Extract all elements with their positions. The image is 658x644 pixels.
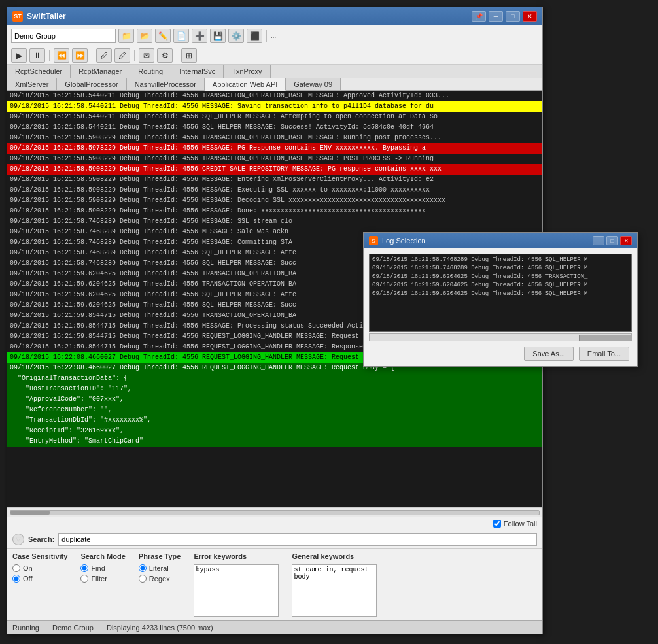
pin-button[interactable]: 📌 xyxy=(472,11,486,22)
log-line: 09/18/2015 16:21:58.5908229 Debug Thread… xyxy=(7,185,542,195)
phrase-literal-radio[interactable] xyxy=(139,564,147,572)
status-running: Running xyxy=(12,624,39,632)
stop-button[interactable]: ⬛ xyxy=(247,29,262,43)
case-on-label[interactable]: On xyxy=(12,564,67,572)
general-keywords-group: General keywords st came in, request bod… xyxy=(292,552,377,617)
h-scrollbar-track xyxy=(10,510,540,515)
dialog-log-line: 09/18/2015 16:21:59.6204625 Debug Thread… xyxy=(372,290,629,298)
dialog-buttons: Save As... Email To... xyxy=(369,347,632,361)
title-bar: ST SwiftTailer 📌 ─ □ ✕ xyxy=(7,7,542,25)
log-line: 09/18/2015 16:21:58.5440211 Debug Thread… xyxy=(7,91,542,101)
settings-button[interactable]: ⚙️ xyxy=(228,29,244,43)
document-button[interactable]: 📄 xyxy=(173,29,189,43)
search-filter-text: Filter xyxy=(91,575,107,583)
follow-tail-checkbox[interactable] xyxy=(493,520,501,528)
log-line: 09/18/2015 16:21:58.5440211 Debug Thread… xyxy=(7,122,542,133)
log-line: "ApprovalCode": "007xxx", xyxy=(7,394,542,405)
dialog-scrollbar-thumb xyxy=(579,335,631,341)
separator-3 xyxy=(92,50,92,61)
phrase-literal-label[interactable]: Literal xyxy=(139,564,181,572)
status-display-info: Displaying 4233 lines (7500 max) xyxy=(107,624,213,632)
phrase-regex-label[interactable]: Regex xyxy=(139,575,181,583)
log-line-red-1: 09/18/2015 16:21:58.5978229 Debug Thread… xyxy=(7,143,542,154)
tab-global-processor[interactable]: GlobalProcessor xyxy=(57,78,126,90)
dialog-maximize-button[interactable]: □ xyxy=(606,236,618,245)
tabs-row-1: RcptScheduler RcptManager Routing Intern… xyxy=(7,65,542,78)
search-filter-radio[interactable] xyxy=(80,575,88,583)
search-toggle-button[interactable]: ▽ xyxy=(12,534,24,545)
tab-xml-server[interactable]: XmlServer xyxy=(7,78,57,90)
dialog-log-line: 09/18/2015 16:21:59.6204625 Debug Thread… xyxy=(372,281,629,290)
pen-button[interactable]: 🖊 xyxy=(96,48,112,63)
play-button[interactable]: ▶ xyxy=(11,48,27,63)
minimize-button[interactable]: ─ xyxy=(489,11,503,22)
search-filter-label[interactable]: Filter xyxy=(80,575,125,583)
dialog-close-button[interactable]: ✕ xyxy=(620,236,632,245)
dialog-title-left: S Log Selection xyxy=(369,236,426,245)
tab-gateway-09[interactable]: Gateway 09 xyxy=(286,78,341,90)
tab-txn-proxy[interactable]: TxnProxy xyxy=(224,65,270,78)
follow-tail-text: Follow Tail xyxy=(504,520,537,528)
save-button[interactable]: 💾 xyxy=(210,29,226,43)
case-off-label[interactable]: Off xyxy=(12,575,67,583)
log-line: 09/18/2015 16:21:58.7468289 Debug Thread… xyxy=(7,216,542,227)
separator-5 xyxy=(177,50,177,61)
case-off-text: Off xyxy=(23,575,32,583)
maximize-button[interactable]: □ xyxy=(506,11,520,22)
tab-rcpt-scheduler[interactable]: RcptScheduler xyxy=(7,65,71,78)
h-scrollbar[interactable] xyxy=(7,507,542,517)
separator-1 xyxy=(266,30,267,42)
dialog-minimize-button[interactable]: ─ xyxy=(593,236,604,245)
grid-button[interactable]: ⊞ xyxy=(181,48,197,63)
dialog-log-area[interactable]: 09/18/2015 16:21:58.7468289 Debug Thread… xyxy=(369,254,632,332)
step-back-button[interactable]: ⏪ xyxy=(54,48,69,63)
edit-button[interactable]: ✏️ xyxy=(155,29,171,43)
case-sensitivity-title: Case Sensitivity xyxy=(12,552,67,560)
case-off-radio[interactable] xyxy=(12,575,20,583)
general-keywords-input[interactable]: st came in, request body xyxy=(292,564,377,617)
step-forward-button[interactable]: ⏩ xyxy=(72,48,88,63)
tab-application-web-api[interactable]: Application Web API xyxy=(205,78,286,91)
open-folder-button[interactable]: 📂 xyxy=(137,29,152,43)
search-find-radio[interactable] xyxy=(80,564,88,572)
status-bar: Running Demo Group Displaying 4233 lines… xyxy=(7,620,542,634)
error-keywords-input[interactable]: bypass xyxy=(194,564,279,617)
tab-rcpt-manager[interactable]: RcptManager xyxy=(71,65,130,78)
new-folder-button[interactable]: 📁 xyxy=(118,29,134,43)
group-input[interactable] xyxy=(11,29,116,43)
log-line: 09/18/2015 16:21:58.5440211 Debug Thread… xyxy=(7,101,542,112)
add-button[interactable]: ➕ xyxy=(192,29,207,43)
search-find-label[interactable]: Find xyxy=(80,564,125,572)
tab-nashville-processor[interactable]: NashvilleProcessor xyxy=(127,78,205,90)
dialog-scrollbar[interactable] xyxy=(369,333,632,341)
phrase-regex-text: Regex xyxy=(149,575,170,583)
log-line: 09/18/2015 16:21:58.5908229 Debug Thread… xyxy=(7,133,542,143)
mail-button[interactable]: ✉ xyxy=(139,48,154,63)
follow-tail-label: Follow Tail xyxy=(493,520,537,528)
case-sensitivity-group: Case Sensitivity On Off xyxy=(12,552,67,583)
pause-button[interactable]: ⏸ xyxy=(29,48,45,63)
separator-4 xyxy=(134,50,135,61)
tab-internal-svc[interactable]: InternalSvc xyxy=(171,65,224,78)
log-line: "ReceiptId": "326169xxx", xyxy=(7,426,542,436)
log-line: "HostTransactionID": "117", xyxy=(7,384,542,394)
phrase-literal-text: Literal xyxy=(149,564,169,572)
email-to-button[interactable]: Email To... xyxy=(579,347,629,361)
error-keywords-group: Error keywords bypass xyxy=(194,552,279,617)
tabs-row-2: XmlServer GlobalProcessor NashvilleProce… xyxy=(7,78,542,91)
phrase-regex-radio[interactable] xyxy=(139,575,147,583)
search-input[interactable] xyxy=(58,533,537,546)
case-on-radio[interactable] xyxy=(12,564,20,572)
status-group: Demo Group xyxy=(52,624,94,632)
error-keywords-title: Error keywords xyxy=(194,552,279,560)
log-line: "OriginalTransactionData": { xyxy=(7,373,542,384)
gear-button[interactable]: ⚙ xyxy=(157,48,173,63)
close-button[interactable]: ✕ xyxy=(523,11,537,22)
phrase-type-group: Phrase Type Literal Regex xyxy=(139,552,181,583)
save-as-button[interactable]: Save As... xyxy=(524,347,574,361)
extra-label: ... xyxy=(271,32,276,39)
dialog-title-text: Log Selection xyxy=(382,237,426,245)
tab-routing[interactable]: Routing xyxy=(130,65,171,78)
pen2-button[interactable]: 🖊 xyxy=(114,48,130,63)
log-line: "TransactionDbId": "#xxxxxxxx%", xyxy=(7,415,542,426)
